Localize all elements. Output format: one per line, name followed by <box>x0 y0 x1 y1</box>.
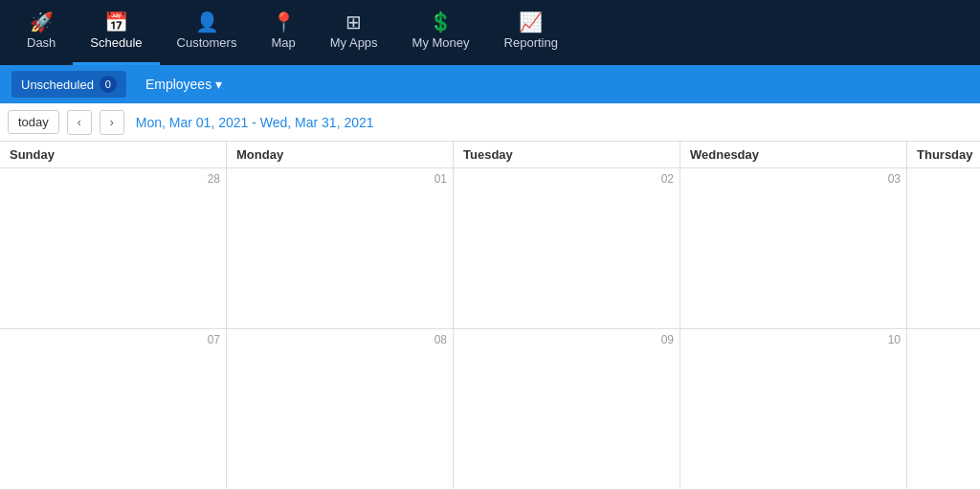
nav-label-customers: Customers <box>177 35 237 50</box>
unscheduled-button[interactable]: Unscheduled 0 <box>11 71 126 98</box>
header-thursday: Thursday <box>907 142 977 167</box>
day-number: 09 <box>459 333 674 346</box>
nav-label-my-apps: My Apps <box>330 35 378 50</box>
nav-label-my-money: My Money <box>412 35 470 50</box>
nav-item-map[interactable]: 📍 Map <box>254 0 312 65</box>
schedule-icon: 📅 <box>104 12 128 32</box>
nav-label-reporting: Reporting <box>504 35 558 50</box>
nav-label-dash: Dash <box>27 35 56 50</box>
header-tuesday: Tuesday <box>454 142 680 167</box>
day-number: 02 <box>459 172 674 186</box>
day-number: 10 <box>686 333 901 346</box>
cell-03[interactable]: 03 <box>680 168 907 328</box>
header-wednesday: Wednesday <box>680 142 907 167</box>
cell-28[interactable]: 28 <box>0 168 227 328</box>
header-monday: Monday <box>227 142 454 167</box>
cell-09[interactable]: 09 <box>454 329 680 489</box>
nav-item-dash[interactable]: 🚀 Dash <box>10 0 73 65</box>
cell-08[interactable]: 08 <box>227 329 454 489</box>
chevron-right-icon: › <box>110 116 114 129</box>
header-sunday: Sunday <box>0 142 227 167</box>
calendar-row: 07 08 09 10 <box>0 329 980 490</box>
date-navigation-bar: today ‹ › Mon, Mar 01, 2021 - Wed, Mar 3… <box>0 103 980 142</box>
nav-item-schedule[interactable]: 📅 Schedule <box>73 0 159 65</box>
sub-bar: Unscheduled 0 Employees ▾ <box>0 65 980 103</box>
nav-item-my-money[interactable]: 💲 My Money <box>395 0 487 65</box>
day-number: 08 <box>233 333 447 346</box>
date-range-label: Mon, Mar 01, 2021 - Wed, Mar 31, 2021 <box>136 115 374 130</box>
cell-02[interactable]: 02 <box>454 168 680 328</box>
next-button[interactable]: › <box>100 110 124 135</box>
calendar-row: 28 01 02 03 <box>0 168 980 329</box>
chevron-left-icon: ‹ <box>78 116 81 129</box>
cell-thu-2[interactable] <box>907 329 977 489</box>
nav-item-customers[interactable]: 👤 Customers <box>160 0 255 65</box>
dash-icon: 🚀 <box>30 12 54 32</box>
unscheduled-badge: 0 <box>100 76 117 93</box>
customers-icon: 👤 <box>195 12 219 32</box>
calendar-area: Sunday Monday Tuesday Wednesday Thursday… <box>0 142 980 490</box>
unscheduled-label: Unscheduled <box>21 78 94 92</box>
chevron-down-icon: ▾ <box>215 77 222 92</box>
calendar-body: 28 01 02 03 07 08 09 <box>0 168 980 490</box>
nav-item-reporting[interactable]: 📈 Reporting <box>487 0 575 65</box>
reporting-icon: 📈 <box>519 12 543 32</box>
prev-button[interactable]: ‹ <box>67 110 92 135</box>
my-apps-icon: ⊞ <box>345 12 362 32</box>
day-number: 28 <box>6 172 220 186</box>
employees-button[interactable]: Employees ▾ <box>145 77 222 92</box>
today-button[interactable]: today <box>8 110 59 134</box>
cell-07[interactable]: 07 <box>0 329 227 489</box>
cell-01[interactable]: 01 <box>227 168 454 328</box>
day-number: 01 <box>233 172 447 186</box>
day-number: 07 <box>6 333 220 346</box>
cell-10[interactable]: 10 <box>680 329 907 489</box>
nav-item-my-apps[interactable]: ⊞ My Apps <box>313 0 395 65</box>
cell-thu-1[interactable] <box>907 168 977 328</box>
map-icon: 📍 <box>272 12 296 32</box>
employees-label: Employees <box>145 77 212 92</box>
top-navigation: 🚀 Dash 📅 Schedule 👤 Customers 📍 Map ⊞ My… <box>0 0 980 65</box>
my-money-icon: 💲 <box>429 12 453 32</box>
nav-label-map: Map <box>271 35 295 50</box>
calendar-header: Sunday Monday Tuesday Wednesday Thursday <box>0 142 980 168</box>
day-number: 03 <box>686 172 901 186</box>
nav-label-schedule: Schedule <box>90 35 142 50</box>
